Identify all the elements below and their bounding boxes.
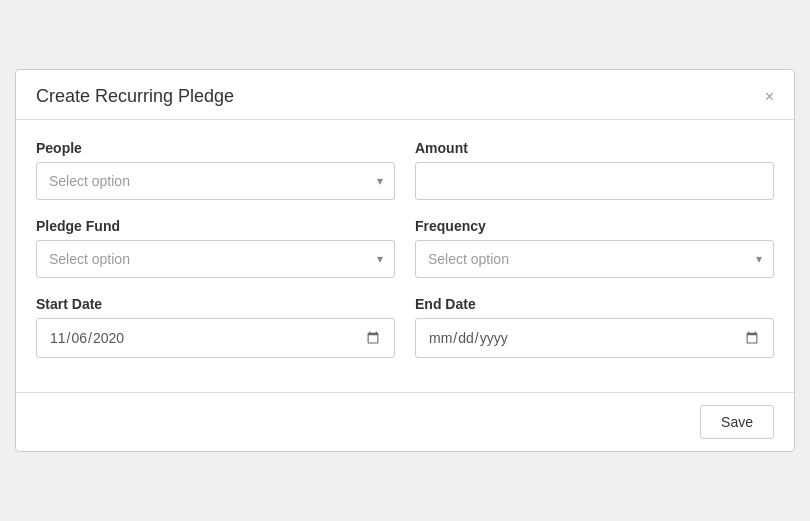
pledge-fund-label: Pledge Fund	[36, 218, 395, 234]
create-recurring-pledge-modal: Create Recurring Pledge × People Select …	[15, 69, 795, 452]
row-pledge-fund-frequency: Pledge Fund Select option ▾ Frequency Se…	[36, 218, 774, 278]
frequency-group: Frequency Select option ▾	[415, 218, 774, 278]
people-label: People	[36, 140, 395, 156]
people-select-wrapper: Select option ▾	[36, 162, 395, 200]
row-dates: Start Date End Date	[36, 296, 774, 358]
start-date-group: Start Date	[36, 296, 395, 358]
people-group: People Select option ▾	[36, 140, 395, 200]
close-button[interactable]: ×	[765, 89, 774, 105]
end-date-input[interactable]	[415, 318, 774, 358]
people-select[interactable]: Select option	[36, 162, 395, 200]
amount-input[interactable]	[415, 162, 774, 200]
start-date-wrapper	[36, 318, 395, 358]
frequency-label: Frequency	[415, 218, 774, 234]
pledge-fund-select-wrapper: Select option ▾	[36, 240, 395, 278]
modal-title: Create Recurring Pledge	[36, 86, 234, 107]
amount-label: Amount	[415, 140, 774, 156]
frequency-select[interactable]: Select option	[415, 240, 774, 278]
end-date-group: End Date	[415, 296, 774, 358]
start-date-input[interactable]	[36, 318, 395, 358]
amount-group: Amount	[415, 140, 774, 200]
modal-header: Create Recurring Pledge ×	[16, 70, 794, 120]
row-people-amount: People Select option ▾ Amount	[36, 140, 774, 200]
save-button[interactable]: Save	[700, 405, 774, 439]
start-date-label: Start Date	[36, 296, 395, 312]
modal-footer: Save	[16, 392, 794, 451]
modal-body: People Select option ▾ Amount Pledge Fun…	[16, 120, 794, 392]
pledge-fund-select[interactable]: Select option	[36, 240, 395, 278]
end-date-label: End Date	[415, 296, 774, 312]
pledge-fund-group: Pledge Fund Select option ▾	[36, 218, 395, 278]
frequency-select-wrapper: Select option ▾	[415, 240, 774, 278]
end-date-wrapper	[415, 318, 774, 358]
